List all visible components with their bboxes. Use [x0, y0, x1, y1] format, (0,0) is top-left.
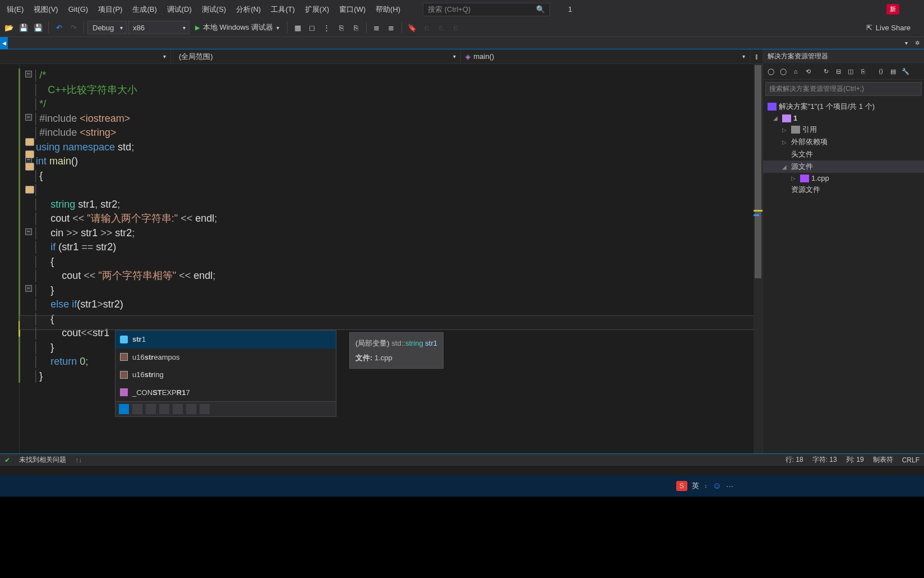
filter-namespace[interactable]	[186, 404, 196, 414]
status-issues[interactable]: 未找到相关问题	[19, 455, 66, 465]
tree-headers[interactable]: 头文件	[763, 148, 924, 160]
fold-toggle[interactable]: −	[25, 228, 32, 235]
menu-window[interactable]: 窗口(W)	[335, 2, 370, 17]
tree-external-deps[interactable]: ▷ 外部依赖项	[763, 136, 924, 148]
tool-btn-4[interactable]: ⎘	[335, 21, 348, 34]
expand-icon[interactable]: ▷	[782, 127, 789, 133]
tool-btn-8[interactable]: ⎌	[420, 21, 433, 34]
intellisense-item[interactable]: str1	[116, 331, 336, 348]
open-file-button[interactable]: 📂	[2, 21, 16, 34]
nav-scope[interactable]: (全局范围)	[171, 49, 461, 63]
status-eol[interactable]: CRLF	[902, 456, 920, 464]
menu-project[interactable]: 项目(P)	[94, 2, 127, 17]
expand-icon[interactable]: ▷	[791, 175, 798, 181]
intellisense-item[interactable]: u16string	[116, 366, 336, 384]
expand-icon[interactable]: ◢	[782, 164, 789, 170]
home-tab[interactable]: ◀	[0, 37, 8, 49]
type-icon	[120, 353, 128, 361]
home-button[interactable]: ⌂	[790, 66, 801, 77]
ime-language[interactable]: 英	[692, 481, 699, 491]
refresh-button[interactable]: ↻	[820, 66, 831, 77]
tree-sources[interactable]: ◢ 源文件	[763, 160, 924, 173]
tool-btn-2[interactable]: ◻	[306, 21, 319, 34]
nav-bar: (全局范围) ◈ main() ⫿	[0, 49, 763, 64]
tree-solution[interactable]: 解决方案"1"(1 个项目/共 1 个)	[763, 100, 924, 113]
intellisense-filters	[116, 401, 336, 416]
redo-button[interactable]: ↷	[67, 21, 80, 34]
expand-icon[interactable]: ▷	[782, 139, 789, 145]
save-button[interactable]: 💾	[17, 21, 30, 34]
filter-var[interactable]	[132, 404, 142, 414]
live-share-button[interactable]: ⇱ Live Share	[866, 24, 911, 32]
solution-icon	[768, 103, 777, 111]
fold-toggle[interactable]: −	[25, 114, 32, 121]
filter-all[interactable]	[119, 404, 129, 414]
ime-badge[interactable]: S	[676, 481, 687, 491]
config-dropdown[interactable]: Debug	[87, 21, 127, 34]
menu-edit[interactable]: 辑(E)	[2, 2, 28, 17]
status-line[interactable]: 行: 18	[786, 455, 803, 465]
menu-test[interactable]: 测试(S)	[197, 2, 230, 17]
tree-file-cpp[interactable]: ▷ 1.cpp	[763, 173, 924, 184]
tool-btn-1[interactable]: ▦	[291, 21, 304, 34]
tree-references[interactable]: ▷ 引用	[763, 123, 924, 136]
menu-git[interactable]: Git(G)	[64, 3, 93, 16]
forward-button[interactable]: ◯	[778, 66, 789, 77]
filter-type[interactable]	[146, 404, 156, 414]
status-char[interactable]: 字符: 13	[812, 455, 837, 465]
properties-button[interactable]: ⎘	[857, 66, 868, 77]
nav-function[interactable]: ◈ main()	[461, 49, 751, 63]
menu-help[interactable]: 帮助(H)	[371, 2, 405, 17]
status-tabs[interactable]: 制表符	[873, 455, 893, 465]
expand-icon[interactable]: ◢	[773, 115, 780, 121]
menu-tools[interactable]: 工具(T)	[266, 2, 299, 17]
split-button[interactable]: ⫿	[750, 49, 763, 63]
filter-enum[interactable]	[200, 404, 210, 414]
menu-analyze[interactable]: 分析(N)	[232, 2, 265, 17]
menu-extensions[interactable]: 扩展(X)	[301, 2, 334, 17]
menu-debug[interactable]: 调试(D)	[163, 2, 196, 17]
new-badge[interactable]: 新	[886, 4, 899, 15]
tool-btn-5[interactable]: ⎘	[349, 21, 363, 34]
solution-search[interactable]: 搜索解决方案资源管理器(Ctrl+;)	[765, 82, 922, 96]
wrench-icon[interactable]: 🔧	[900, 66, 911, 77]
sync-button[interactable]: ⟲	[802, 66, 814, 77]
tab-dropdown-icon[interactable]: ▾	[902, 39, 911, 48]
nav-project[interactable]	[0, 49, 171, 63]
fold-toggle[interactable]: −	[25, 285, 32, 292]
chevron-down-icon: ▾	[276, 25, 279, 31]
emoji-icon[interactable]: ☺	[713, 481, 722, 491]
preview-button[interactable]: ▤	[888, 66, 899, 77]
tool-btn-9[interactable]: ⎌	[435, 21, 448, 34]
filter-macro[interactable]	[173, 404, 183, 414]
filter-method[interactable]	[159, 404, 169, 414]
code-editor[interactable]: − − − − − │/* │ C++比较字符串大小 │*/ │#include…	[0, 64, 763, 453]
bookmark-button[interactable]: 🔖	[405, 21, 419, 34]
intellisense-item[interactable]: _CONSTEXPR17	[116, 384, 336, 402]
fold-toggle[interactable]: −	[25, 71, 32, 77]
intellisense-item[interactable]: u16streampos	[116, 348, 336, 366]
show-all-button[interactable]: ◫	[845, 66, 856, 77]
scrollbar-vertical[interactable]	[754, 64, 763, 453]
back-button[interactable]: ◯	[765, 66, 777, 77]
platform-dropdown[interactable]: x86	[128, 21, 190, 34]
outdent-button[interactable]: ≣	[385, 21, 398, 34]
separator	[366, 22, 367, 33]
collapse-button[interactable]: ⊟	[833, 66, 844, 77]
menu-view[interactable]: 视图(V)	[29, 2, 62, 17]
run-button[interactable]: ▶ 本地 Windows 调试器 ▾	[191, 21, 284, 34]
indent-button[interactable]: ≣	[370, 21, 384, 34]
tool-btn-10[interactable]: ⎌	[449, 21, 463, 34]
save-all-button[interactable]: 💾	[31, 21, 45, 34]
project-icon	[782, 114, 791, 122]
gear-icon[interactable]: ✲	[913, 39, 922, 48]
tree-project[interactable]: ◢ 1	[763, 113, 924, 123]
menu-build[interactable]: 生成(B)	[128, 2, 161, 17]
tool-btn-3[interactable]: ⋮	[320, 21, 334, 34]
search-input[interactable]: 搜索 (Ctrl+Q) 🔍	[423, 3, 550, 16]
tree-resources[interactable]: 资源文件	[763, 184, 924, 196]
status-col[interactable]: 列: 19	[846, 455, 864, 465]
undo-button[interactable]: ↶	[52, 21, 66, 34]
scroll-thumb[interactable]	[755, 65, 761, 278]
view-code-button[interactable]: ⟨⟩	[875, 66, 886, 77]
